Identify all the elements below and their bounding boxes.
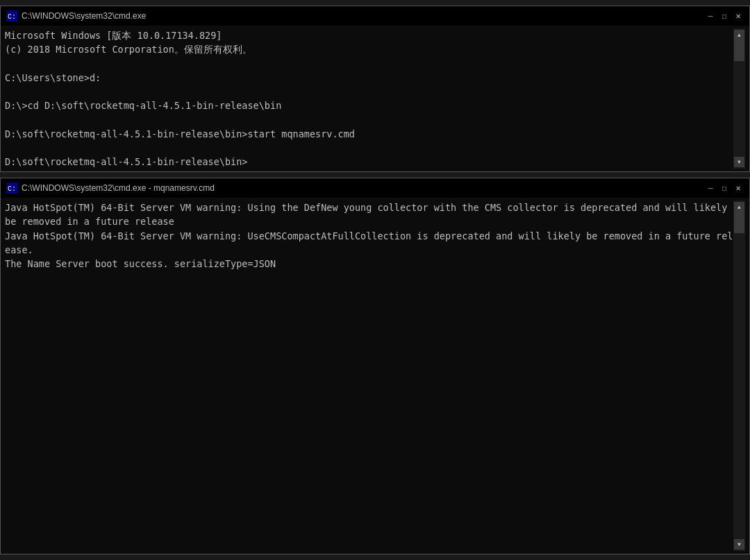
- cmd-icon-2: C:: [6, 183, 17, 194]
- minimize-button-1[interactable]: [705, 10, 716, 22]
- scroll-up-2[interactable]: ▲: [734, 202, 744, 212]
- console-body-1: Microsoft Windows [版本 10.0.17134.829] (c…: [1, 26, 749, 171]
- maximize-button-2[interactable]: [719, 183, 730, 194]
- console-output-2: Java HotSpot(TM) 64-Bit Server VM warnin…: [5, 201, 733, 551]
- close-button-1[interactable]: [733, 10, 744, 22]
- minimize-button-2[interactable]: [705, 183, 716, 194]
- scroll-thumb-1[interactable]: [734, 40, 744, 61]
- title-bar-2: C: C:\WINDOWS\system32\cmd.exe - mqnames…: [1, 178, 749, 198]
- cmd-icon-1: C:: [6, 10, 17, 22]
- cmd-window-2: C: C:\WINDOWS\system32\cmd.exe - mqnames…: [0, 178, 750, 554]
- title-text-1: C:\WINDOWS\system32\cmd.exe: [22, 11, 705, 21]
- window-controls-2: [705, 183, 744, 194]
- scroll-down-1[interactable]: ▼: [734, 157, 744, 167]
- cmd-window-1: C: C:\WINDOWS\system32\cmd.exe Microsoft…: [0, 6, 750, 172]
- window-controls-1: [705, 10, 744, 22]
- svg-text:C:: C:: [8, 185, 16, 193]
- title-bar-1: C: C:\WINDOWS\system32\cmd.exe: [1, 6, 749, 26]
- scroll-up-1[interactable]: ▲: [734, 30, 744, 40]
- scroll-track-1[interactable]: [734, 40, 744, 157]
- scrollbar-2[interactable]: ▲ ▼: [733, 201, 745, 551]
- console-output-1: Microsoft Windows [版本 10.0.17134.829] (c…: [5, 28, 733, 169]
- maximize-button-1[interactable]: [719, 10, 730, 22]
- scroll-down-2[interactable]: ▼: [734, 539, 744, 550]
- scroll-thumb-2[interactable]: [734, 212, 744, 233]
- close-button-2[interactable]: [733, 183, 744, 194]
- scroll-track-2[interactable]: [734, 212, 744, 539]
- console-body-2: Java HotSpot(TM) 64-Bit Server VM warnin…: [1, 198, 749, 554]
- scrollbar-1[interactable]: ▲ ▼: [733, 28, 745, 169]
- svg-text:C:: C:: [8, 13, 16, 21]
- title-text-2: C:\WINDOWS\system32\cmd.exe - mqnamesrv.…: [22, 183, 705, 193]
